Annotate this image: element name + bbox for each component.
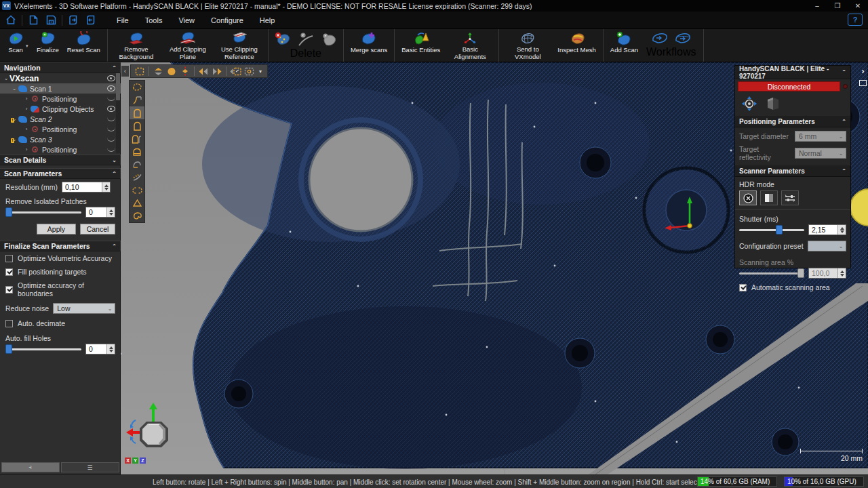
tree-view-button[interactable]: ⫞ [1, 462, 60, 472]
caret-right-icon[interactable]: › [23, 106, 30, 112]
toolbar-more-icon[interactable]: ▾ [256, 66, 264, 77]
visibility-on-icon[interactable] [107, 85, 115, 92]
caret-right-icon[interactable]: › [23, 146, 30, 152]
caret-down-icon[interactable]: ⌄ [3, 75, 9, 81]
checkbox-checked-icon[interactable] [5, 286, 13, 293]
show-points-icon[interactable] [179, 66, 191, 77]
delete-object-button[interactable] [320, 31, 338, 47]
connected-selection-tool[interactable] [130, 184, 144, 197]
use-clipping-reference-button[interactable]: Use Clipping Reference [214, 29, 265, 62]
save-icon[interactable] [44, 14, 58, 26]
tree-item-scan3[interactable]: ⌄ ! Scan 3 [0, 134, 121, 144]
cancel-button[interactable]: Cancel [80, 224, 115, 235]
add-clipping-plane-button[interactable]: Add Clipping Plane [162, 29, 214, 62]
hdr-on-button[interactable] [760, 190, 778, 205]
send-to-vxmodel-button[interactable]: Send to VXmodel [502, 29, 553, 62]
tree-item-scan1-positioning[interactable]: › Positioning [0, 94, 121, 104]
automatic-scanning-area-checkbox[interactable]: Automatic scanning area [735, 281, 850, 296]
list-view-button[interactable]: ☰ [61, 462, 119, 472]
auto-fill-slider[interactable] [5, 344, 81, 354]
restore-button[interactable]: ❐ [827, 0, 848, 12]
tree-item-scan1[interactable]: ⌄ Scan 1 [0, 83, 121, 94]
basic-entities-button[interactable]: Basic Entities [397, 29, 444, 62]
auto-decimate-checkbox[interactable]: Auto. decimate [0, 317, 121, 330]
scanner-parameters-header[interactable]: Scanner Parameters ⌃ [735, 165, 850, 177]
scan-parameters-header[interactable]: Scan Parameters ⌃ [0, 168, 121, 179]
zoom-on-selection-icon[interactable] [229, 66, 241, 77]
resolution-spinbox[interactable]: 0,10 [62, 182, 111, 192]
checkbox-unchecked-icon[interactable] [5, 255, 13, 262]
patches-spinbox[interactable]: 0 [85, 207, 115, 218]
spinner-arrows[interactable] [837, 225, 846, 235]
workflow-scan-button[interactable] [650, 31, 669, 46]
auto-fill-spinbox[interactable]: 0 [85, 344, 115, 354]
add-scan-button[interactable]: Add Scan [606, 29, 642, 62]
menu-help[interactable]: Help [253, 14, 282, 27]
positioning-parameters-header[interactable]: Positioning Parameters ⌃ [735, 116, 850, 127]
fill-targets-checkbox[interactable]: Fill positioning targets [0, 265, 121, 279]
visibility-off-icon[interactable] [107, 148, 115, 152]
inspect-mesh-button[interactable]: Inspect Mesh [553, 29, 600, 62]
reset-scan-button[interactable]: Reset Scan [63, 29, 104, 62]
reduce-noise-dropdown[interactable]: Low ⌄ [53, 303, 115, 314]
caret-right-icon[interactable]: › [23, 126, 30, 132]
arch-duo-selection-tool[interactable] [130, 132, 144, 145]
dome-selection-tool[interactable] [130, 145, 144, 158]
shutter-slider[interactable] [739, 225, 804, 235]
shutter-spinbox[interactable]: 2,15 [808, 224, 846, 235]
caret-down-icon[interactable]: ⌄ [11, 85, 18, 92]
scan-dropdown-icon[interactable]: ▾ [26, 43, 28, 49]
minimize-button[interactable]: – [807, 0, 827, 12]
blob-selection-tool[interactable] [130, 209, 144, 222]
import-session-icon[interactable] [66, 14, 80, 26]
tree-item-vxscan[interactable]: ⌄ VXscan [0, 73, 121, 83]
visibility-on-icon[interactable] [107, 106, 115, 112]
feedback-help-icon[interactable]: ? [848, 14, 863, 26]
zoom-on-targets-icon[interactable] [243, 66, 255, 77]
spinner-arrows[interactable] [106, 344, 115, 354]
scan-details-header[interactable]: Scan Details ⌄ [0, 155, 121, 165]
brush-selection-tool[interactable] [130, 171, 144, 184]
menu-file[interactable]: File [110, 14, 136, 27]
spline-selection-tool[interactable] [130, 94, 144, 106]
scanner-panel-header[interactable]: HandySCAN BLACK | Elite - 9270217 ⌃ [735, 66, 850, 79]
scanner-device-icon[interactable] [765, 96, 781, 112]
previous-scan-icon[interactable] [197, 66, 210, 77]
close-button[interactable]: ✕ [848, 0, 868, 12]
finalize-button[interactable]: Finalize [33, 29, 63, 62]
finalize-parameters-header[interactable]: Finalize Scan Parameters ⌃ [0, 241, 121, 251]
show-targets-icon[interactable] [152, 66, 164, 77]
configuration-preset-dropdown[interactable]: ⌄ [808, 241, 846, 251]
scan-button[interactable]: Scan ▾ [3, 29, 33, 62]
visibility-off-icon[interactable] [107, 97, 115, 101]
menu-tools[interactable]: Tools [138, 14, 170, 27]
show-surface-icon[interactable] [165, 66, 178, 77]
merge-scans-button[interactable]: Merge scans [347, 29, 391, 62]
patches-slider[interactable] [5, 207, 81, 217]
visibility-off-icon[interactable] [107, 127, 115, 131]
spinner-arrows[interactable] [102, 182, 110, 192]
targets-detection-icon[interactable] [741, 96, 758, 112]
apply-button[interactable]: Apply [37, 224, 76, 235]
remove-background-button[interactable]: Remove Background [111, 29, 162, 62]
visibility-off-icon[interactable] [107, 117, 115, 121]
collapse-left-panel-button[interactable]: ‹ [121, 66, 129, 77]
next-scan-icon[interactable] [211, 66, 223, 77]
visibility-off-icon[interactable] [107, 138, 115, 142]
orientation-cube[interactable] [126, 403, 178, 454]
arch-selection-tool[interactable] [130, 119, 144, 132]
navigation-header[interactable]: Navigation ⌃ [0, 62, 121, 73]
new-project-icon[interactable] [26, 14, 40, 26]
rectangle-lasso-tool[interactable] [130, 106, 144, 119]
hdr-custom-button[interactable] [781, 190, 799, 205]
delete-scan-button[interactable] [274, 31, 292, 47]
menu-view[interactable]: View [172, 14, 201, 27]
free-selection-tool[interactable] [130, 81, 144, 94]
menu-configure[interactable]: Configure [204, 14, 250, 27]
basic-alignments-button[interactable]: Basic Alignments [444, 29, 496, 62]
optimize-boundaries-checkbox[interactable]: Optimize accuracy of boundaries [0, 279, 121, 300]
workflow-model-button[interactable] [673, 31, 692, 46]
checkbox-unchecked-icon[interactable] [5, 320, 13, 327]
visibility-on-icon[interactable] [107, 75, 115, 81]
tree-item-scan2-positioning[interactable]: › Positioning [0, 124, 121, 134]
